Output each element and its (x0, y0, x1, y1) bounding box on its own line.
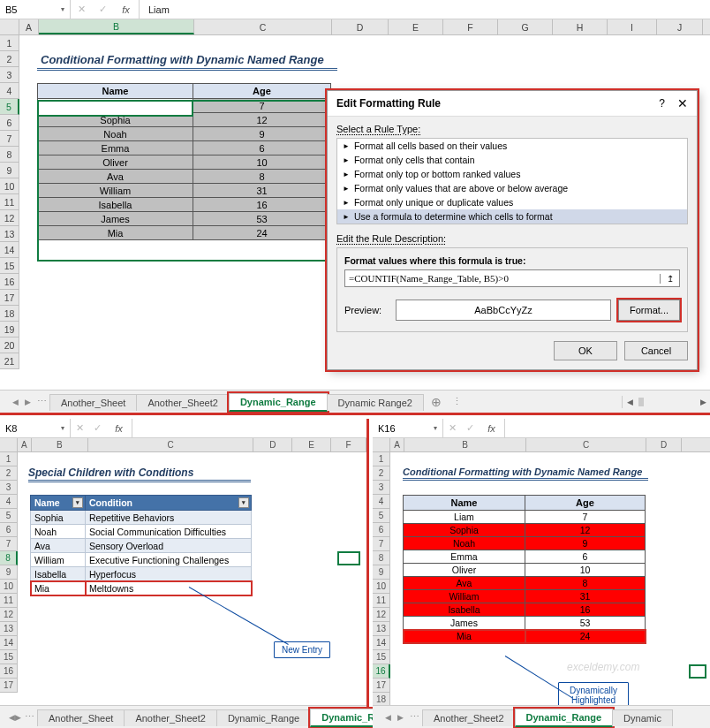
cancel-button[interactable]: Cancel (624, 341, 688, 360)
table-cell[interactable]: Hyperfocus (86, 567, 252, 581)
add-sheet-icon[interactable]: ⊕ (424, 395, 449, 409)
sheet-tabs-br[interactable]: ◀▶⋯ Another_Sheet2 Dynamic_Range Dynamic (373, 705, 710, 728)
data-table[interactable]: NameAge Liam7Sophia12Noah9Emma6Oliver10A… (37, 83, 331, 240)
table-cell[interactable]: 16 (193, 198, 331, 212)
tab-dynamic-range[interactable]: Dynamic_Range (229, 393, 328, 412)
table-cell[interactable]: 16 (525, 603, 646, 617)
table-cell[interactable]: Oliver (404, 564, 525, 577)
table-cell[interactable]: Sophia (404, 524, 525, 537)
tab-next-icon[interactable]: ▶ (21, 398, 34, 406)
formula-field[interactable] (345, 273, 660, 284)
rule-option[interactable]: ►Format only cells that contain (337, 153, 687, 167)
filter-icon[interactable]: ▾ (238, 497, 249, 508)
tab-another-sheet[interactable]: Another_Sheet (49, 394, 137, 411)
rule-option[interactable]: ►Use a formula to determine which cells … (337, 209, 687, 224)
table-cell[interactable]: Isabella (31, 567, 86, 581)
fx-icon-bl[interactable]: fx (106, 419, 132, 437)
table-cell[interactable]: 6 (525, 550, 646, 564)
table-cell[interactable]: Liam (38, 99, 193, 113)
tab-br-2[interactable]: Dynamic (612, 709, 673, 726)
table-cell[interactable]: 7 (193, 99, 331, 113)
table-cell[interactable]: 8 (525, 577, 646, 590)
table-cell[interactable]: Repetitive Behaviors (86, 511, 252, 525)
table-cell[interactable]: 24 (525, 630, 646, 643)
rule-option[interactable]: ►Format only top or bottom ranked values (337, 167, 687, 181)
rule-option[interactable]: ►Format all cells based on their values (337, 139, 687, 153)
table-cell[interactable]: Noah (404, 537, 525, 550)
th-age: Age (193, 84, 331, 99)
tab-bl-2[interactable]: Dynamic_Range (216, 709, 311, 726)
tab-br-1[interactable]: Dynamic_Range (515, 709, 614, 727)
table-cell[interactable]: 9 (525, 537, 646, 550)
table-cell[interactable]: Oliver (38, 155, 193, 170)
table-cell[interactable]: 24 (193, 226, 331, 240)
table-cell[interactable]: 7 (525, 511, 646, 524)
tab-bl-0[interactable]: Another_Sheet (37, 709, 125, 726)
table-cell[interactable]: William (38, 184, 193, 198)
ok-button[interactable]: OK (554, 341, 617, 360)
table-cell[interactable]: Isabella (38, 198, 193, 212)
table-cell[interactable]: Executive Functioning Challenges (86, 553, 252, 567)
rule-option[interactable]: ►Format only unique or duplicate values (337, 195, 687, 209)
sheet-tabs-top[interactable]: ◀ ▶ ⋯ Another_Sheet Another_Sheet2 Dynam… (0, 390, 710, 413)
table-cell[interactable]: Mia (31, 581, 86, 595)
table-cell[interactable]: 9 (193, 127, 331, 141)
result-table[interactable]: NameAge Liam7Sophia12Noah9Emma6Oliver10A… (403, 495, 646, 643)
table-cell[interactable]: Emma (38, 141, 193, 155)
name-box[interactable]: B5▾ (0, 0, 71, 19)
table-cell[interactable]: 53 (193, 212, 331, 226)
name-box-bl[interactable]: K8▾ (0, 419, 71, 437)
table-cell[interactable]: Ava (31, 539, 86, 553)
help-icon[interactable]: ? (659, 97, 665, 110)
table-cell[interactable]: James (38, 212, 193, 226)
table-cell[interactable]: Noah (38, 127, 193, 141)
table-cell[interactable]: Sensory Overload (86, 539, 252, 553)
table-cell[interactable]: Emma (404, 550, 525, 564)
sheet-tabs-bl[interactable]: ◀▶⋯ Another_Sheet Another_Sheet2 Dynamic… (0, 705, 366, 728)
tab-br-0[interactable]: Another_Sheet2 (422, 709, 516, 726)
table-cell[interactable]: Sophia (38, 113, 193, 127)
table-cell[interactable]: Mia (38, 226, 193, 240)
table-cell[interactable]: Mia (404, 630, 525, 643)
table-cell[interactable]: Isabella (404, 603, 525, 617)
formula-value[interactable]: Liam (140, 4, 170, 15)
hscroll[interactable]: ◀▶ (622, 396, 710, 408)
tab-another-sheet2[interactable]: Another_Sheet2 (136, 394, 230, 411)
table-cell[interactable]: 6 (193, 141, 331, 155)
table-cell[interactable]: 10 (193, 155, 331, 170)
tab-dynamic-range2[interactable]: Dynamic Range2 (327, 394, 424, 411)
table-cell[interactable]: 12 (525, 524, 646, 537)
table-cell[interactable]: Ava (404, 577, 525, 590)
fx-icon-br[interactable]: fx (479, 419, 505, 437)
conditions-table[interactable]: Name▾Condition▾ SophiaRepetitive Behavio… (30, 495, 252, 595)
table-cell[interactable]: 53 (525, 617, 646, 630)
row-headers-br: 123456789101112131415161718 (373, 452, 390, 707)
table-cell[interactable]: William (31, 553, 86, 567)
grid-br[interactable]: ABCD 123456789101112131415161718 Conditi… (373, 438, 710, 701)
close-icon[interactable]: ✕ (677, 96, 688, 110)
table-cell[interactable]: William (404, 590, 525, 603)
rule-type-list[interactable]: ►Format all cells based on their values►… (336, 138, 688, 224)
table-cell[interactable]: 31 (525, 590, 646, 603)
table-cell[interactable]: Meltdowns (86, 581, 252, 595)
table-cell[interactable]: 31 (193, 184, 331, 198)
table-cell[interactable]: Ava (38, 170, 193, 184)
tab-bl-1[interactable]: Another_Sheet2 (124, 709, 217, 726)
table-cell[interactable]: 10 (525, 564, 646, 577)
table-cell[interactable]: Liam (404, 511, 525, 524)
table-cell[interactable]: James (404, 617, 525, 630)
table-cell[interactable]: Social Communication Difficulties (86, 525, 252, 539)
grid-bl[interactable]: ABCDEF 1234567891011121314151617 Special… (0, 438, 366, 701)
table-cell[interactable]: 8 (193, 170, 331, 184)
table-cell[interactable]: Sophia (31, 511, 86, 525)
formula-input[interactable]: ↥ (344, 269, 680, 287)
table-cell[interactable]: Noah (31, 525, 86, 539)
rule-option[interactable]: ►Format only values that are above or be… (337, 181, 687, 195)
filter-icon[interactable]: ▾ (72, 497, 83, 508)
name-box-br[interactable]: K16▾ (373, 419, 443, 437)
tab-prev-icon[interactable]: ◀ (9, 398, 21, 406)
range-picker-icon[interactable]: ↥ (660, 274, 679, 284)
fx-icon[interactable]: fx (113, 0, 140, 19)
format-button[interactable]: Format... (618, 300, 680, 321)
table-cell[interactable]: 12 (193, 113, 331, 127)
